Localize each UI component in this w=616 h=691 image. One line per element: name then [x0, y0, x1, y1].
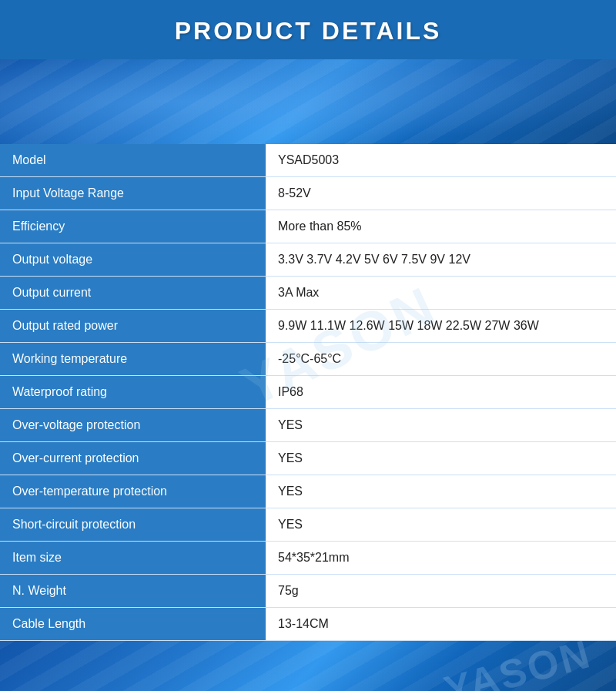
spec-label: Over-voltage protection — [0, 409, 266, 442]
spec-value: YSAD5003 — [266, 144, 616, 177]
bottom-watermark: YASON — [439, 641, 596, 691]
spec-value: 8-52V — [266, 177, 616, 210]
table-row: Cable Length13-14CM — [0, 608, 616, 641]
spec-label: Output voltage — [0, 243, 266, 277]
table-row: Over-current protectionYES — [0, 442, 616, 475]
spec-value: 54*35*21mm — [266, 542, 616, 575]
spec-value: YES — [266, 475, 616, 508]
table-row: Over-temperature protectionYES — [0, 475, 616, 508]
spec-value: 3A Max — [266, 277, 616, 310]
hero-image — [0, 59, 616, 144]
spec-value: -25°C-65°C — [266, 343, 616, 376]
table-row: Item size54*35*21mm — [0, 542, 616, 575]
table-row: EfficiencyMore than 85% — [0, 210, 616, 243]
spec-value: YES — [266, 508, 616, 542]
spec-label: Working temperature — [0, 343, 266, 376]
table-row: Waterproof ratingIP68 — [0, 376, 616, 409]
spec-label: Cable Length — [0, 608, 266, 641]
spec-value: YES — [266, 442, 616, 475]
spec-label: N. Weight — [0, 575, 266, 608]
spec-label: Item size — [0, 542, 266, 575]
spec-label: Output current — [0, 277, 266, 310]
table-row: N. Weight75g — [0, 575, 616, 608]
table-row: Short-circuit protectionYES — [0, 508, 616, 542]
table-row: Over-voltage protectionYES — [0, 409, 616, 442]
spec-label: Over-temperature protection — [0, 475, 266, 508]
spec-value: 13-14CM — [266, 608, 616, 641]
table-row: Input Voltage Range8-52V — [0, 177, 616, 210]
spec-table-container: ModelYSAD5003Input Voltage Range8-52VEff… — [0, 144, 616, 641]
spec-value: 75g — [266, 575, 616, 608]
bottom-section: YASON — [0, 641, 616, 691]
spec-label: Short-circuit protection — [0, 508, 266, 542]
table-row: Output voltage3.3V 3.7V 4.2V 5V 6V 7.5V … — [0, 243, 616, 277]
spec-label: Efficiency — [0, 210, 266, 243]
spec-label: Output rated power — [0, 310, 266, 343]
spec-label: Waterproof rating — [0, 376, 266, 409]
table-row: ModelYSAD5003 — [0, 144, 616, 177]
spec-label: Model — [0, 144, 266, 177]
spec-value: YES — [266, 409, 616, 442]
table-row: Working temperature-25°C-65°C — [0, 343, 616, 376]
spec-table: ModelYSAD5003Input Voltage Range8-52VEff… — [0, 144, 616, 641]
table-row: Output rated power9.9W 11.1W 12.6W 15W 1… — [0, 310, 616, 343]
spec-label: Input Voltage Range — [0, 177, 266, 210]
spec-label: Over-current protection — [0, 442, 266, 475]
spec-value: 9.9W 11.1W 12.6W 15W 18W 22.5W 27W 36W — [266, 310, 616, 343]
spec-value: More than 85% — [266, 210, 616, 243]
table-row: Output current3A Max — [0, 277, 616, 310]
spec-value: IP68 — [266, 376, 616, 409]
spec-value: 3.3V 3.7V 4.2V 5V 6V 7.5V 9V 12V — [266, 243, 616, 277]
page-title: PRODUCT DETAILS — [0, 17, 616, 45]
page-header: PRODUCT DETAILS — [0, 0, 616, 59]
